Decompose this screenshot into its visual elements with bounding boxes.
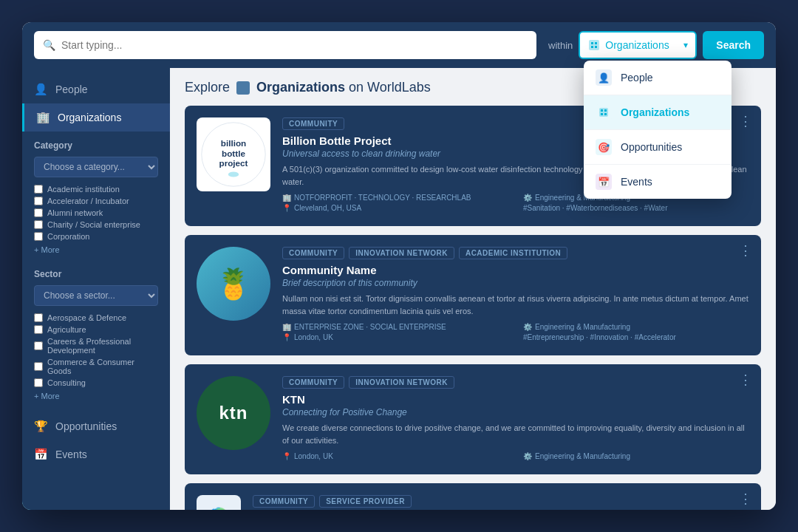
academic-checkbox[interactable] bbox=[34, 185, 43, 194]
tag-community: COMMUNITY bbox=[282, 117, 344, 130]
category-accelerator[interactable]: Accelerator / Incubator bbox=[34, 195, 158, 207]
corporation-checkbox[interactable] bbox=[34, 232, 43, 241]
dropdown-item-events[interactable]: 📅 Events bbox=[584, 165, 732, 199]
consulting-checkbox[interactable] bbox=[34, 378, 43, 387]
search-input[interactable] bbox=[61, 39, 528, 51]
gamma-logo: 🌍 bbox=[197, 495, 241, 510]
ktn-more-button[interactable]: ⋮ bbox=[739, 373, 752, 386]
ktn-tagline: Connecting for Positive Change bbox=[282, 407, 749, 417]
sector-consulting[interactable]: Consulting bbox=[34, 377, 158, 389]
search-icon: 🔍 bbox=[43, 39, 55, 51]
category-select[interactable]: Choose a category... bbox=[34, 157, 158, 177]
alumni-checkbox[interactable] bbox=[34, 208, 43, 217]
ktn-logo: ktn bbox=[197, 376, 270, 450]
category-alumni[interactable]: Alumni network bbox=[34, 207, 158, 219]
sidebar-item-people[interactable]: 👤 People bbox=[22, 75, 170, 103]
tag-community-2: COMMUNITY bbox=[282, 247, 344, 259]
sidebar-item-organizations[interactable]: 🏢 Organizations bbox=[22, 103, 170, 132]
consulting-label: Consulting bbox=[47, 378, 86, 387]
search-type-dropdown-menu: 👤 People Organizations 🎯 Opportunities 📅… bbox=[584, 61, 732, 199]
org-nav-icon: 🏢 bbox=[36, 111, 50, 124]
sidebar-item-opportunities[interactable]: 🏆 Opportunities bbox=[22, 412, 170, 440]
dropdown-item-opportunities[interactable]: 🎯 Opportunities bbox=[584, 130, 732, 165]
billion-bottle-more-button[interactable]: ⋮ bbox=[739, 115, 752, 128]
dropdown-selected-text: Organizations bbox=[605, 39, 669, 51]
aerospace-label: Aerospace & Defence bbox=[47, 313, 126, 322]
org-icon bbox=[587, 38, 601, 52]
page-title-suffix: on WorldLabs bbox=[349, 80, 431, 95]
search-button[interactable]: Search bbox=[703, 31, 764, 59]
sector-agriculture[interactable]: Agriculture bbox=[34, 324, 158, 335]
careers-checkbox[interactable] bbox=[34, 341, 43, 350]
dropdown-events-label: Events bbox=[621, 176, 652, 188]
sector-select[interactable]: Choose a sector... bbox=[34, 285, 158, 306]
card-gamma: 🌍 COMMUNITY SERVICE PROVIDER GAMMA LTDA … bbox=[185, 483, 761, 510]
tag-innovation-network-ktn: INNOVATION NETWORK bbox=[349, 376, 454, 389]
sector-more-link[interactable]: + More bbox=[34, 389, 158, 403]
category-academic[interactable]: Academic institution bbox=[34, 183, 158, 195]
academic-label: Academic institution bbox=[47, 185, 120, 194]
accelerator-checkbox[interactable] bbox=[34, 197, 43, 205]
card-ktn: ktn COMMUNITY INNOVATION NETWORK KTN Con… bbox=[185, 364, 761, 474]
sector-section: Sector Choose a sector... Aerospace & De… bbox=[22, 260, 170, 406]
sector-title: Sector bbox=[34, 269, 158, 279]
svg-rect-8 bbox=[601, 113, 603, 115]
category-more-link[interactable]: + More bbox=[34, 242, 158, 257]
page-title-main: Organizations bbox=[256, 80, 345, 95]
ktn-meta: 📍 London, UK ⚙️ Engineering & Manufactur… bbox=[282, 452, 749, 463]
opportunities-icon: 🎯 bbox=[596, 139, 612, 155]
tag-academic: ACADEMIC INSTITUTION bbox=[459, 247, 567, 259]
sidebar-events-label: Events bbox=[55, 449, 87, 460]
ktn-name[interactable]: KTN bbox=[282, 393, 749, 406]
category-charity[interactable]: Charity / Social enterprise bbox=[34, 219, 158, 231]
charity-label: Charity / Social enterprise bbox=[47, 220, 140, 229]
billion-bottle-logo: billion bottle project bbox=[197, 117, 270, 191]
sector-aerospace[interactable]: Aerospace & Defence bbox=[34, 312, 158, 324]
community-desc: Nullam non nisi est sit. Tortor dignissi… bbox=[282, 293, 749, 317]
sidebar-opportunities-label: Opportunities bbox=[55, 420, 117, 432]
sidebar-people-label: People bbox=[55, 83, 88, 95]
sector-commerce[interactable]: Commerce & Consumer Goods bbox=[34, 356, 158, 377]
organizations-icon bbox=[596, 104, 612, 120]
ktn-body: COMMUNITY INNOVATION NETWORK KTN Connect… bbox=[282, 376, 749, 463]
community-tagline: Brief description of this community bbox=[282, 278, 749, 288]
search-bar[interactable]: 🔍 bbox=[34, 31, 536, 59]
agriculture-label: Agriculture bbox=[47, 325, 86, 334]
dropdown-people-label: People bbox=[621, 72, 653, 83]
community-location: 📍 London, UK bbox=[282, 333, 508, 341]
sector-careers[interactable]: Careers & Professional Development bbox=[34, 335, 158, 356]
community-name[interactable]: Community Name bbox=[282, 264, 749, 276]
sidebar-item-events[interactable]: 📅 Events bbox=[22, 440, 170, 468]
community-more-button[interactable]: ⋮ bbox=[739, 244, 752, 257]
svg-rect-9 bbox=[604, 113, 607, 115]
ktn-location: 📍 London, UK bbox=[282, 452, 508, 460]
ktn-desc: We create diverse connections to drive p… bbox=[282, 422, 749, 446]
gamma-logo-placeholder: 🌍 bbox=[208, 507, 230, 510]
svg-rect-6 bbox=[601, 109, 603, 112]
svg-rect-0 bbox=[589, 40, 599, 50]
gamma-tags: COMMUNITY SERVICE PROVIDER bbox=[253, 495, 749, 508]
sidebar-organizations-label: Organizations bbox=[58, 112, 121, 123]
billion-bottle-hashtags: #Sanitation · #Waterbornediseases · #Wat… bbox=[523, 204, 749, 212]
dropdown-item-organizations[interactable]: Organizations bbox=[584, 95, 732, 130]
billion-bottle-location: 📍 Cleveland, OH, USA bbox=[282, 204, 508, 212]
community-body: COMMUNITY INNOVATION NETWORK ACADEMIC IN… bbox=[282, 247, 749, 344]
aerospace-checkbox[interactable] bbox=[34, 313, 43, 322]
agriculture-checkbox[interactable] bbox=[34, 325, 43, 334]
charity-checkbox[interactable] bbox=[34, 220, 43, 229]
gamma-more-button[interactable]: ⋮ bbox=[739, 492, 752, 505]
category-corporation[interactable]: Corporation bbox=[34, 231, 158, 242]
community-logo: 🍍 bbox=[197, 247, 270, 321]
people-icon: 👤 bbox=[596, 69, 612, 86]
svg-rect-2 bbox=[595, 42, 597, 44]
svg-rect-5 bbox=[599, 108, 608, 117]
org-title-icon bbox=[236, 81, 250, 95]
tag-service-provider: SERVICE PROVIDER bbox=[319, 495, 412, 508]
card-community: 🍍 COMMUNITY INNOVATION NETWORK ACADEMIC … bbox=[185, 235, 761, 355]
ktn-logo-text: ktn bbox=[219, 403, 248, 423]
svg-text:billion: billion bbox=[221, 138, 246, 148]
dropdown-item-people[interactable]: 👤 People bbox=[584, 61, 732, 95]
search-type-dropdown[interactable]: Organizations ▾ bbox=[579, 31, 697, 59]
commerce-checkbox[interactable] bbox=[34, 362, 43, 371]
svg-rect-4 bbox=[595, 46, 597, 48]
